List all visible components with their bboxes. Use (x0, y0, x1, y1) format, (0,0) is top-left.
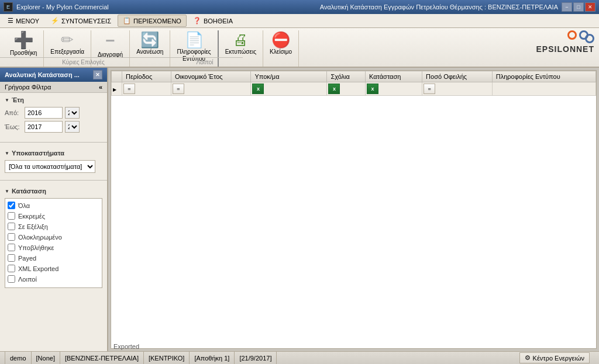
minimize-button[interactable]: − (562, 2, 572, 12)
col-amount: Ποσό Οφειλής (422, 71, 493, 82)
filter-arrow-icon: ▶ (113, 87, 116, 92)
filter-notes-cell[interactable]: x (327, 82, 366, 96)
status-xml-exported: XML Exported (8, 264, 99, 273)
status-inprogress-label: Σε Εξέλιξη (18, 223, 48, 230)
status-completed: Ολοκληρωμένο (8, 233, 99, 241)
status-title: Κατάσταση (5, 188, 102, 195)
status-all-checkbox[interactable] (8, 202, 15, 209)
status-company: [ΒΕΝΖΙΝΕΣ-ΠΕΤΡΕΛΑΙΑ] (60, 352, 144, 364)
section-label-other: Λοιποί (167, 57, 243, 67)
side-panel-close-button[interactable]: ✕ (93, 70, 102, 79)
table-container[interactable]: Περίοδος Οικονομικό Έτος Υποκ/μα Σχόλια … (111, 71, 596, 348)
to-label: Έως: (5, 123, 22, 130)
edit-icon: ✏ (61, 32, 74, 47)
help-icon: ❓ (193, 17, 201, 25)
close-icon: ⛔ (271, 32, 290, 47)
menu-item-help[interactable]: ❓ ΒΟΗΘΕΙΑ (188, 15, 238, 27)
branches-select[interactable]: [Όλα τα υποκαταστήματα] (5, 160, 95, 173)
years-section: Έτη Από: 2016 2017 Έως: 2017 2016 (0, 93, 107, 138)
status-paid-checkbox[interactable] (8, 254, 15, 262)
add-button[interactable]: ➕ Προσθήκη (6, 30, 41, 58)
status-other: Λοιποί (8, 275, 99, 283)
status-inprogress-checkbox[interactable] (8, 223, 15, 230)
filter-label: Γρήγορα Φίλτρα (5, 84, 51, 91)
to-year-dropdown[interactable]: 2017 2016 (65, 121, 80, 133)
section-label-main: Κύριες Επιλογές (0, 57, 167, 67)
fiscal-filter-icon[interactable]: = (173, 84, 184, 94)
notes-filter-excel[interactable]: x (328, 84, 340, 94)
app-title: Explorer - My Pylon Commercial (16, 4, 299, 11)
main-area: Αναλυτική Κατάσταση ... ✕ Γρήγορα Φίλτρα… (0, 68, 599, 351)
window-title: Αναλυτική Κατάσταση Εγγραφών Πετρελαίου … (320, 4, 558, 11)
status-none: [None] (32, 352, 60, 364)
filter-amount-cell[interactable]: = (422, 82, 493, 96)
title-bar: E Explorer - My Pylon Commercial Αναλυτι… (0, 0, 599, 14)
status-pending: Εκκρεμές (8, 212, 99, 220)
refresh-icon: 🔄 (140, 32, 159, 47)
add-icon: ➕ (13, 32, 34, 48)
collapse-icon[interactable]: « (99, 84, 102, 91)
from-year-input[interactable] (25, 107, 63, 119)
close-window-button[interactable]: ✕ (585, 2, 595, 12)
close-button[interactable]: ⛔ Κλείσιμο (266, 30, 296, 57)
to-year-input[interactable] (25, 121, 63, 133)
from-label: Από: (5, 109, 22, 116)
side-panel: Αναλυτική Κατάσταση ... ✕ Γρήγορα Φίλτρα… (0, 68, 108, 351)
exported-label: Exported (111, 342, 142, 351)
status-pending-label: Εκκρεμές (18, 213, 45, 220)
forminfo-icon: 📄 (185, 32, 204, 47)
filter-status-cell[interactable]: x (366, 82, 422, 96)
status-demo: demo (5, 352, 32, 364)
from-row: Από: 2016 2017 (5, 107, 102, 119)
status-other-label: Λοιποί (18, 276, 37, 283)
status-all-label: Όλα (18, 202, 30, 209)
menu-item-menu[interactable]: ☰ ΜΕΝΟΥ (2, 15, 44, 27)
status-filter-excel[interactable]: x (367, 84, 378, 94)
status-other-checkbox[interactable] (8, 275, 15, 283)
branch-filter-excel[interactable]: x (252, 84, 264, 94)
table-filter-row: ▶ = = x x (112, 82, 596, 96)
col-status: Κατάσταση (366, 71, 422, 82)
amount-filter-icon[interactable]: = (424, 84, 435, 94)
status-completed-label: Ολοκληρωμένο (18, 234, 62, 241)
status-inprogress: Σε Εξέλιξη (8, 222, 99, 231)
ribbon: ➕ Προσθήκη ✏ Επεξεργασία − Διαγραφή 🔄 Αν… (0, 28, 599, 68)
menu-item-shortcuts[interactable]: ⚡ ΣΥΝΤΟΜΕΥΣΕΙΣ (46, 15, 116, 27)
status-pending-checkbox[interactable] (8, 212, 15, 220)
status-all: Όλα (8, 201, 99, 210)
status-xml-exported-checkbox[interactable] (8, 265, 15, 272)
filter-branch-cell[interactable]: x (251, 82, 327, 96)
from-year-dropdown[interactable]: 2016 2017 (65, 107, 80, 119)
col-branch: Υποκ/μα (251, 71, 327, 82)
status-branch: [ΚΕΝΤΡΙΚΟ] (144, 352, 190, 364)
status-submitted-checkbox[interactable] (8, 244, 15, 251)
filter-arrow-cell: ▶ (112, 82, 122, 96)
shortcuts-icon: ⚡ (51, 17, 59, 25)
edit-button[interactable]: ✏ Επεξεργασία (46, 30, 88, 57)
menu-bar: ☰ ΜΕΝΟΥ ⚡ ΣΥΝΤΟΜΕΥΣΕΙΣ 📋 ΠΕΡΙΕΧΟΜΕΝΟ ❓ Β… (0, 14, 599, 28)
status-xml-exported-label: XML Exported (18, 265, 58, 272)
filter-period-cell[interactable]: = (122, 82, 171, 96)
menu-item-content[interactable]: 📋 ΠΕΡΙΕΧΟΜΕΝΟ (118, 15, 187, 27)
status-bar: demo [None] [ΒΕΝΖΙΝΕΣ-ΠΕΤΡΕΛΑΙΑ] [ΚΕΝΤΡΙ… (0, 351, 599, 364)
print-button[interactable]: 🖨 Εκτυπώσεις (221, 30, 260, 57)
years-title: Έτη (5, 96, 102, 103)
status-paid-label: Payed (18, 255, 36, 262)
branches-section: Υποκαταστήματα [Όλα τα υποκαταστήματα] (0, 146, 107, 176)
branches-title: Υποκαταστήματα (5, 150, 102, 157)
data-table: Περίοδος Οικονομικό Έτος Υποκ/μα Σχόλια … (111, 71, 596, 96)
filter-fiscal-cell[interactable]: = (171, 82, 250, 96)
period-filter-icon[interactable]: = (123, 84, 135, 94)
to-row: Έως: 2017 2016 (5, 121, 102, 133)
action-center-icon: ⚙ (525, 354, 531, 362)
filter-header: Γρήγορα Φίλτρα « (0, 82, 107, 93)
divider-1 (0, 142, 107, 143)
status-checkbox-list: Όλα Εκκρεμές Σε Εξέλιξη Ολοκληρωμένο Υπο… (5, 198, 102, 288)
side-panel-header: Αναλυτική Κατάσταση ... ✕ (0, 68, 107, 82)
delete-button[interactable]: − Διαγραφή (94, 30, 127, 60)
print-icon: 🖨 (233, 32, 248, 47)
status-completed-checkbox[interactable] (8, 233, 15, 241)
refresh-button[interactable]: 🔄 Ανανέωση (132, 30, 167, 57)
maximize-button[interactable]: □ (573, 2, 584, 12)
action-center-button[interactable]: ⚙ Κέντρο Ενεργειών (519, 352, 590, 363)
